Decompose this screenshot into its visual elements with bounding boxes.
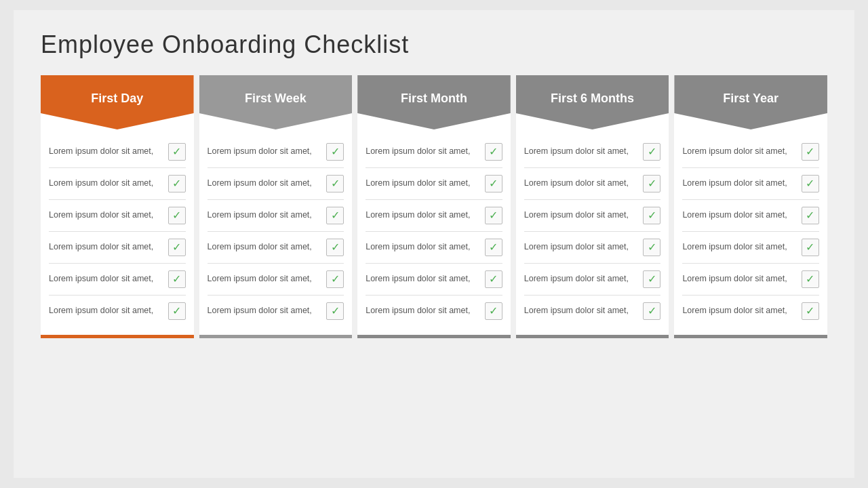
item-text: Lorem ipsum dolor sit amet, <box>366 241 479 253</box>
checklist-item: Lorem ipsum dolor sit amet,✓ <box>524 200 661 232</box>
column-first-day: First DayLorem ipsum dolor sit amet,✓Lor… <box>41 75 194 338</box>
checklist-item: Lorem ipsum dolor sit amet,✓ <box>682 296 819 327</box>
col-footer-first-month <box>357 335 511 338</box>
checkbox[interactable]: ✓ <box>326 239 344 256</box>
checklist-item: Lorem ipsum dolor sit amet,✓ <box>524 296 661 327</box>
check-icon: ✓ <box>172 274 181 285</box>
item-text: Lorem ipsum dolor sit amet, <box>366 209 479 222</box>
checklist-item: Lorem ipsum dolor sit amet,✓ <box>524 168 661 200</box>
check-icon: ✓ <box>172 306 181 317</box>
col-footer-first-year <box>674 335 827 338</box>
checkbox[interactable]: ✓ <box>802 175 819 192</box>
item-text: Lorem ipsum dolor sit amet, <box>208 178 321 190</box>
item-text: Lorem ipsum dolor sit amet, <box>682 178 796 190</box>
col-header-first-day: First Day <box>41 75 194 129</box>
check-icon: ✓ <box>172 242 181 253</box>
checklist-item: Lorem ipsum dolor sit amet,✓ <box>682 200 819 232</box>
checklist-item: Lorem ipsum dolor sit amet,✓ <box>524 232 661 264</box>
check-icon: ✓ <box>489 146 498 157</box>
checkbox[interactable]: ✓ <box>643 143 660 161</box>
item-text: Lorem ipsum dolor sit amet, <box>682 273 796 285</box>
check-icon: ✓ <box>489 178 498 189</box>
checkbox[interactable]: ✓ <box>802 239 819 256</box>
item-text: Lorem ipsum dolor sit amet, <box>682 241 796 253</box>
checkbox[interactable]: ✓ <box>643 302 660 320</box>
check-icon: ✓ <box>806 178 814 189</box>
checkbox[interactable]: ✓ <box>802 302 819 320</box>
check-icon: ✓ <box>172 146 181 157</box>
checkbox[interactable]: ✓ <box>326 175 344 192</box>
col-footer-first-6-months <box>516 335 669 338</box>
checkbox[interactable]: ✓ <box>168 239 186 256</box>
checklist-item: Lorem ipsum dolor sit amet,✓ <box>524 264 661 296</box>
checkbox[interactable]: ✓ <box>168 270 186 288</box>
check-icon: ✓ <box>331 306 340 317</box>
checklist-item: Lorem ipsum dolor sit amet,✓ <box>366 296 502 327</box>
checklist-item: Lorem ipsum dolor sit amet,✓ <box>208 136 344 168</box>
checklist-item: Lorem ipsum dolor sit amet,✓ <box>49 136 186 168</box>
checklist-item: Lorem ipsum dolor sit amet,✓ <box>49 232 186 264</box>
col-body-first-year: Lorem ipsum dolor sit amet,✓Lorem ipsum … <box>674 129 827 332</box>
item-text: Lorem ipsum dolor sit amet, <box>49 146 163 158</box>
checkbox[interactable]: ✓ <box>485 270 502 288</box>
item-text: Lorem ipsum dolor sit amet, <box>366 305 479 317</box>
checklist-item: Lorem ipsum dolor sit amet,✓ <box>208 232 344 264</box>
checkbox[interactable]: ✓ <box>168 207 186 224</box>
checklist-item: Lorem ipsum dolor sit amet,✓ <box>208 168 344 200</box>
checkbox[interactable]: ✓ <box>643 207 660 224</box>
checklist-item: Lorem ipsum dolor sit amet,✓ <box>49 264 186 296</box>
checklist-item: Lorem ipsum dolor sit amet,✓ <box>208 200 344 232</box>
item-text: Lorem ipsum dolor sit amet, <box>49 241 163 253</box>
col-footer-first-day <box>41 335 194 338</box>
checkbox[interactable]: ✓ <box>168 143 186 161</box>
checkbox[interactable]: ✓ <box>802 270 819 288</box>
checkbox[interactable]: ✓ <box>802 143 819 161</box>
checklist-item: Lorem ipsum dolor sit amet,✓ <box>682 136 819 168</box>
checklist-item: Lorem ipsum dolor sit amet,✓ <box>366 136 502 168</box>
checkbox[interactable]: ✓ <box>643 175 660 192</box>
checklist-item: Lorem ipsum dolor sit amet,✓ <box>682 168 819 200</box>
column-first-6-months: First 6 MonthsLorem ipsum dolor sit amet… <box>516 75 669 338</box>
checkbox[interactable]: ✓ <box>802 207 819 224</box>
item-text: Lorem ipsum dolor sit amet, <box>208 305 321 317</box>
checkbox[interactable]: ✓ <box>168 302 186 320</box>
check-icon: ✓ <box>648 242 656 253</box>
checkbox[interactable]: ✓ <box>168 175 186 192</box>
check-icon: ✓ <box>806 306 814 317</box>
checkbox[interactable]: ✓ <box>326 207 344 224</box>
checkbox[interactable]: ✓ <box>326 143 344 161</box>
col-header-first-year: First Year <box>674 75 827 129</box>
checkbox[interactable]: ✓ <box>485 239 502 256</box>
checkbox[interactable]: ✓ <box>643 239 660 256</box>
checklist-item: Lorem ipsum dolor sit amet,✓ <box>208 264 344 296</box>
check-icon: ✓ <box>331 178 340 189</box>
checklist-item: Lorem ipsum dolor sit amet,✓ <box>49 296 186 327</box>
checklist-item: Lorem ipsum dolor sit amet,✓ <box>49 200 186 232</box>
item-text: Lorem ipsum dolor sit amet, <box>682 305 796 317</box>
checklist-item: Lorem ipsum dolor sit amet,✓ <box>682 232 819 264</box>
check-icon: ✓ <box>806 146 814 157</box>
checkbox[interactable]: ✓ <box>485 302 502 320</box>
checkbox[interactable]: ✓ <box>643 270 660 288</box>
checklist-item: Lorem ipsum dolor sit amet,✓ <box>49 168 186 200</box>
check-icon: ✓ <box>648 306 656 317</box>
checklist-item: Lorem ipsum dolor sit amet,✓ <box>366 264 502 296</box>
checkbox[interactable]: ✓ <box>485 175 502 192</box>
checkbox[interactable]: ✓ <box>485 207 502 224</box>
item-text: Lorem ipsum dolor sit amet, <box>366 178 479 190</box>
checklist-item: Lorem ipsum dolor sit amet,✓ <box>208 296 344 327</box>
checkbox[interactable]: ✓ <box>485 143 502 161</box>
checkbox[interactable]: ✓ <box>326 270 344 288</box>
check-icon: ✓ <box>489 210 498 221</box>
check-icon: ✓ <box>806 242 814 253</box>
check-icon: ✓ <box>489 242 498 253</box>
check-icon: ✓ <box>331 146 340 157</box>
item-text: Lorem ipsum dolor sit amet, <box>524 146 638 158</box>
check-icon: ✓ <box>648 178 656 189</box>
item-text: Lorem ipsum dolor sit amet, <box>208 273 321 285</box>
checkbox[interactable]: ✓ <box>326 302 344 320</box>
item-text: Lorem ipsum dolor sit amet, <box>49 178 163 190</box>
item-text: Lorem ipsum dolor sit amet, <box>524 241 638 253</box>
check-icon: ✓ <box>648 146 656 157</box>
check-icon: ✓ <box>806 210 814 221</box>
